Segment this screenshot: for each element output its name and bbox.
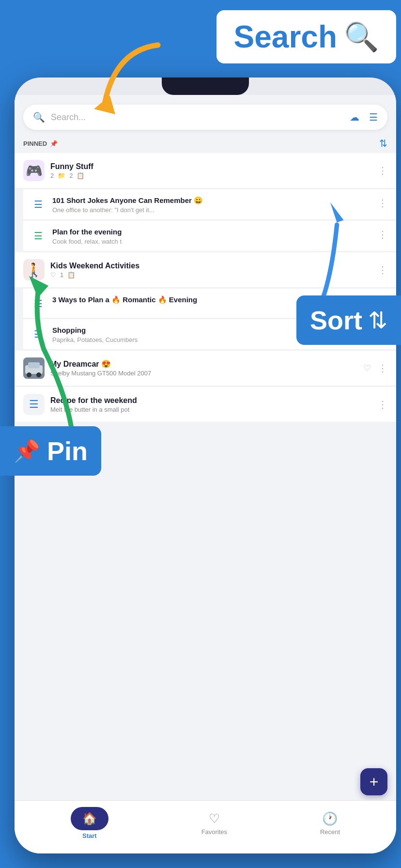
more-button-funny-stuff[interactable]: ⋮ — [376, 163, 389, 178]
note-text-icon-plan: ☰ — [30, 228, 46, 244]
menu-icon[interactable]: ☰ — [369, 111, 378, 123]
recipe-actions: ⋮ — [376, 397, 389, 412]
tab-start[interactable]: 🏠 Start — [59, 803, 120, 843]
notebook-actions-kids: ⋮ — [376, 262, 389, 278]
pin-icon-in-overlay: 📌 — [14, 438, 40, 464]
pinned-section-header: PINNED 📌 ⇅ — [15, 136, 396, 153]
notebook-name: Funny Stuff — [50, 162, 370, 171]
search-label-text: Search — [234, 19, 337, 55]
sort-icon: ⇅ — [368, 307, 387, 334]
notebook-meta: 2 📁 2 📋 — [50, 172, 370, 179]
heart-icon-tab: ♡ — [209, 811, 220, 826]
tab-recent-label: Recent — [320, 828, 340, 836]
notch — [162, 78, 249, 95]
note-preview-plan: Cook food, relax, watch t — [52, 238, 217, 245]
fab-add-button[interactable]: + — [360, 768, 387, 795]
tab-recent[interactable]: 🕐 Recent — [308, 807, 352, 839]
svg-marker-2 — [29, 276, 48, 298]
arrow-sort — [285, 189, 362, 305]
recipe-info: Recipe for the weekend Melt the butter i… — [50, 396, 370, 413]
recipe-name: Recipe for the weekend — [50, 396, 370, 405]
fab-plus-icon: + — [370, 773, 379, 791]
tab-start-label: Start — [82, 832, 97, 839]
search-bar-search-icon: 🔍 — [33, 111, 45, 123]
arrow-pin — [24, 271, 92, 446]
notes-count: 2 — [69, 172, 73, 179]
dreamcar-name: My Dreamcar 😍 — [50, 359, 357, 369]
note-text-icon: ☰ — [30, 196, 46, 213]
sort-button[interactable]: ⇅ — [379, 138, 387, 149]
notes-copy-icon: 📋 — [77, 172, 84, 179]
folder-count: 2 — [50, 172, 54, 179]
dreamcar-actions: ♡ ⋮ — [363, 360, 389, 376]
tab-favorites-label: Favorites — [201, 828, 227, 836]
sort-text: Sort — [310, 305, 362, 335]
sort-overlay: Sort ⇅ — [296, 295, 401, 345]
svg-marker-1 — [330, 202, 344, 223]
recipe-meta: Melt the butter in a small pot — [50, 406, 370, 413]
notebook-actions: ⋮ — [376, 163, 389, 178]
more-button-kids[interactable]: ⋮ — [376, 262, 389, 278]
pin-overlay: 📌 Pin — [0, 426, 101, 476]
more-button-plan[interactable]: ⋮ — [376, 227, 389, 242]
notebook-icon-funny-stuff: 🎮 — [23, 160, 45, 181]
search-label-icon: 🔍 — [344, 20, 379, 53]
more-button-recipe[interactable]: ⋮ — [376, 397, 389, 412]
pin-text: Pin — [47, 436, 88, 466]
search-label-box: Search 🔍 — [216, 10, 396, 63]
tab-start-bg: 🏠 — [71, 807, 108, 830]
more-button-jokes[interactable]: ⋮ — [376, 195, 389, 211]
notebook-info-funny-stuff: Funny Stuff 2 📁 2 📋 — [50, 162, 370, 179]
home-icon: 🏠 — [82, 812, 97, 825]
dreamcar-meta: Shelby Mustang GT500 Model 2007 — [50, 370, 357, 377]
pinned-section-title: PINNED 📌 — [23, 140, 58, 147]
notebook-funny-stuff[interactable]: 🎮 Funny Stuff 2 📁 2 📋 ⋮ — [15, 153, 396, 188]
cloud-icon: ☁ — [350, 111, 359, 123]
more-button-dreamcar[interactable]: ⋮ — [376, 360, 389, 376]
folder-icon: 📁 — [58, 172, 65, 179]
clock-icon: 🕐 — [322, 811, 338, 826]
pin-section-icon: 📌 — [50, 140, 58, 147]
note-preview: One office to another: "I don't get it..… — [52, 206, 217, 214]
tab-favorites[interactable]: ♡ Favorites — [190, 807, 239, 839]
dreamcar-info: My Dreamcar 😍 Shelby Mustang GT500 Model… — [50, 359, 357, 377]
gamepad-icon: 🎮 — [26, 163, 43, 179]
tab-bar: 🏠 Start ♡ Favorites 🕐 Recent — [15, 800, 396, 853]
heart-icon-dreamcar[interactable]: ♡ — [363, 363, 371, 373]
